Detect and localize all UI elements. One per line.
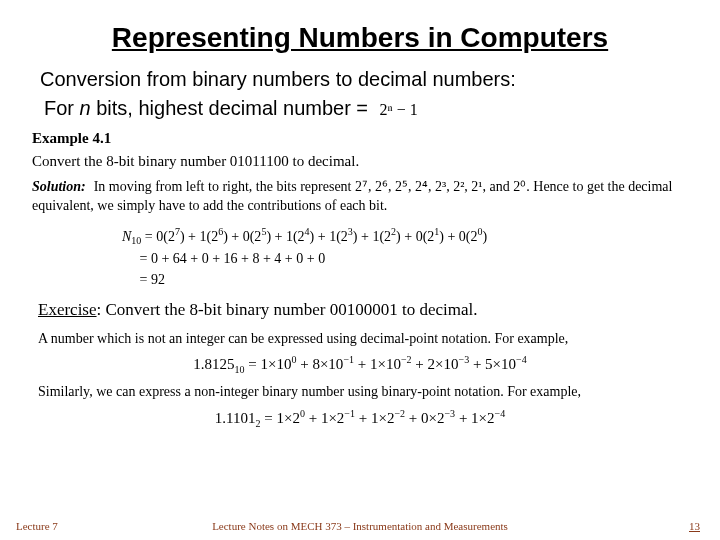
formula-prefix: For (44, 97, 80, 119)
paragraph-binary-point: Similarly, we can express a non-integer … (38, 383, 690, 401)
solution-label: Solution: (32, 179, 86, 194)
example-prompt: Convert the 8-bit binary number 01011100… (32, 153, 688, 170)
intro-text: Conversion from binary numbers to decima… (40, 68, 690, 91)
eq-line-1: N10 = 0(27) + 1(26) + 0(25) + 1(24) + 1(… (122, 224, 688, 248)
slide-footer: Lecture 7 Lecture Notes on MECH 373 – In… (0, 520, 720, 532)
formula-line: For n bits, highest decimal number = 2ⁿ … (44, 97, 690, 120)
eq-binary-expansion: 1.11012 = 1×20 + 1×2−1 + 1×2−2 + 0×2−3 +… (30, 408, 690, 429)
exercise-text: : Convert the 8-bit binary number 001000… (97, 300, 478, 319)
footer-lecture: Lecture 7 (16, 520, 58, 532)
formula-mid: bits, highest decimal number = (91, 97, 374, 119)
eq-line-3: = 92 (122, 269, 688, 290)
eq-decimal-expansion: 1.812510 = 1×100 + 8×10−1 + 1×10−2 + 2×1… (30, 354, 690, 375)
formula-math: 2ⁿ − 1 (380, 101, 418, 118)
exercise-label: Exercise (38, 300, 97, 319)
equation-block: N10 = 0(27) + 1(26) + 0(25) + 1(24) + 1(… (122, 224, 688, 290)
paragraph-decimal-point: A number which is not an integer can be … (38, 330, 690, 348)
slide-content: Representing Numbers in Computers Conver… (0, 0, 720, 429)
footer-page-number: 13 (689, 520, 700, 532)
eq-line-2: = 0 + 64 + 0 + 16 + 8 + 4 + 0 + 0 (122, 248, 688, 269)
example-label: Example 4.1 (32, 130, 688, 147)
formula-n: n (80, 97, 91, 119)
footer-course: Lecture Notes on MECH 373 – Instrumentat… (0, 520, 720, 532)
exercise-line: Exercise: Convert the 8-bit binary numbe… (38, 300, 690, 320)
example-solution: Solution:In moving from left to right, t… (32, 178, 688, 216)
solution-text: In moving from left to right, the bits r… (32, 179, 672, 213)
page-title: Representing Numbers in Computers (30, 22, 690, 54)
example-block: Example 4.1 Convert the 8-bit binary num… (32, 130, 688, 290)
